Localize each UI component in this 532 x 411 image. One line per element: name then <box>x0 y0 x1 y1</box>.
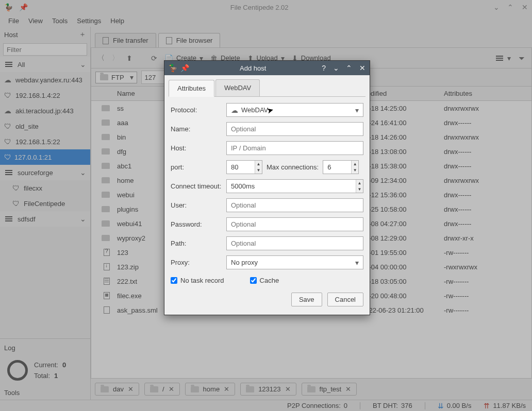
name-label: Name: <box>171 125 222 133</box>
app-icon: 🦆 <box>169 64 177 72</box>
spin-up-icon[interactable]: ▲ <box>351 161 358 167</box>
close-icon[interactable]: ✕ <box>359 64 365 72</box>
minimize-icon[interactable]: ⌄ <box>333 64 339 72</box>
caret-down-icon: ▾ <box>355 106 359 114</box>
cloud-icon: ☁ <box>231 106 238 114</box>
path-label: Path: <box>171 239 222 247</box>
help-icon[interactable]: ? <box>322 64 326 72</box>
add-host-dialog: 🦆 📌 Add host ? ⌄ ⌃ ✕ Attributes WebDAV P… <box>164 60 370 315</box>
spin-up-icon[interactable]: ▲ <box>356 180 363 186</box>
host-input[interactable] <box>226 141 363 155</box>
spin-down-icon[interactable]: ▼ <box>351 167 358 174</box>
user-label: User: <box>171 201 222 209</box>
caret-down-icon: ▾ <box>355 259 359 267</box>
no-task-record-checkbox[interactable]: No task record <box>171 277 224 284</box>
tab-attributes[interactable]: Attributes <box>169 80 214 97</box>
proxy-select[interactable]: No proxy ▾ <box>226 255 363 269</box>
timeout-label: Connect timeout: <box>171 182 222 190</box>
protocol-label: Protocol: <box>171 106 222 114</box>
cancel-button[interactable]: Cancel <box>327 293 363 306</box>
host-label: Host: <box>171 144 222 152</box>
maxconn-label: Max connections: <box>267 163 319 171</box>
tab-webdav[interactable]: WebDAV <box>215 79 260 96</box>
user-input[interactable] <box>226 198 363 212</box>
proxy-label: Proxy: <box>171 259 222 266</box>
timeout-input[interactable] <box>226 179 363 193</box>
port-label: port: <box>171 163 222 171</box>
spin-down-icon[interactable]: ▼ <box>356 186 363 193</box>
protocol-selected: WebDAV <box>241 106 268 114</box>
save-button[interactable]: Save <box>291 293 322 306</box>
name-input[interactable] <box>226 122 363 136</box>
spin-down-icon[interactable]: ▼ <box>255 167 262 174</box>
dialog-title: Add host <box>189 64 317 72</box>
cache-checkbox[interactable]: Cache <box>250 277 279 284</box>
proxy-selected: No proxy <box>231 259 258 266</box>
path-input[interactable] <box>226 236 363 250</box>
password-label: Password: <box>171 220 222 228</box>
protocol-select[interactable]: ☁ WebDAV ▾ <box>226 103 363 117</box>
pin-icon[interactable]: 📌 <box>180 64 189 72</box>
maximize-icon[interactable]: ⌃ <box>346 64 352 72</box>
password-input[interactable] <box>226 217 363 231</box>
spin-up-icon[interactable]: ▲ <box>255 161 262 167</box>
